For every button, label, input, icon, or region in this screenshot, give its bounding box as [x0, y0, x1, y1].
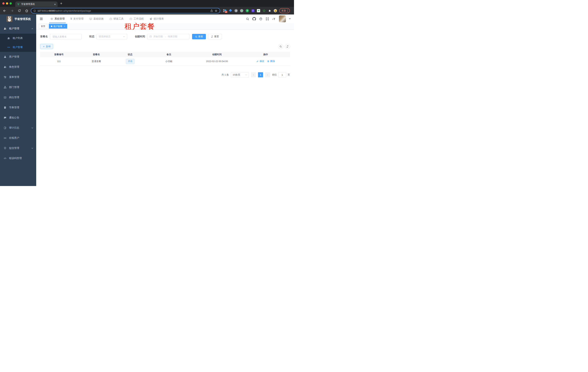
tag-label: 租户套餐: [53, 25, 62, 28]
help-icon[interactable]: [259, 17, 262, 21]
sidebar-item-tenant-list[interactable]: 租户列表: [0, 34, 36, 43]
next-page-button[interactable]: ›: [265, 72, 270, 77]
extension-gem-icon[interactable]: [229, 9, 232, 12]
sidebar-item-online-users[interactable]: 在线用户: [0, 133, 36, 143]
sidebar-item-user-management[interactable]: 用户管理: [0, 52, 36, 62]
current-page-button[interactable]: 1: [258, 72, 263, 77]
reload-icon[interactable]: [18, 9, 21, 12]
package-name-input[interactable]: [52, 35, 79, 38]
package-table: 套餐编号 套餐名 状态 备注 创建时间 操作 111 普通套餐 开启 小功能 2…: [40, 52, 290, 65]
show-search-button[interactable]: [278, 44, 283, 49]
chevron-down-icon: [123, 35, 125, 38]
tag-close-icon[interactable]: ×: [64, 25, 65, 28]
sidebar-logo[interactable]: 芋道管理系统: [0, 14, 36, 23]
reset-button[interactable]: 重置: [208, 34, 222, 39]
sidebar-item-menu-management[interactable]: 菜单管理: [0, 72, 36, 82]
forward-icon[interactable]: [10, 9, 14, 12]
refresh-icon: [211, 35, 213, 38]
sidebar-item-label: 短信管理: [9, 147, 19, 150]
dict-book-icon: [4, 106, 7, 109]
extension-y-icon[interactable]: Y: [246, 9, 249, 12]
home-icon[interactable]: [25, 9, 28, 12]
sidebar-item-tenant-management[interactable]: 租户管理: [0, 23, 36, 34]
zoom-window-button[interactable]: [10, 2, 12, 5]
sidebar-item-dict-management[interactable]: 字典管理: [0, 103, 36, 113]
search-icon[interactable]: [246, 17, 249, 21]
sidebar-collapse-icon[interactable]: [40, 17, 43, 21]
topnav-label: 工作流程: [134, 17, 144, 21]
cell-created-at: 2022-02-22 00:54:00: [193, 60, 241, 63]
tab-close-icon[interactable]: ×: [54, 3, 56, 6]
avatar[interactable]: [279, 15, 286, 22]
extension-green-dot-icon[interactable]: [240, 9, 243, 12]
bookmark-star-icon[interactable]: [215, 9, 218, 12]
sidebar-item-audit-log[interactable]: 审计日志: [0, 123, 36, 133]
sidebar-item-error-code[interactable]: 错误码管理: [0, 153, 36, 163]
sidebar-item-tenant-package[interactable]: 租户套餐: [0, 43, 36, 52]
topnav-label: 统计报表: [154, 17, 164, 21]
topnav-item-dev-tools[interactable]: 研发工具: [106, 14, 126, 23]
topnav-label: 系统管理: [54, 17, 65, 21]
fullscreen-icon[interactable]: [266, 17, 269, 21]
topnav-item-system[interactable]: 系统管理: [47, 14, 68, 23]
edit-link[interactable]: 修改: [256, 60, 264, 63]
browser-tab[interactable]: 芋道管理系统 ×: [15, 1, 58, 7]
app-title: 芋道管理系统: [14, 17, 31, 21]
share-icon[interactable]: [210, 9, 213, 12]
sidebar-item-label: 审计日志: [9, 126, 19, 129]
extension-collections-icon[interactable]: 10: [223, 9, 226, 12]
gear-icon: [50, 17, 53, 20]
site-info-icon[interactable]: [33, 10, 36, 12]
status-select[interactable]: 请选择状态: [96, 34, 127, 39]
page-size-select[interactable]: 10条/页: [231, 72, 249, 77]
sidebar-item-role-management[interactable]: 角色管理: [0, 62, 36, 72]
goto-page-input[interactable]: [278, 72, 286, 77]
avatar-caret-down-icon[interactable]: [289, 18, 291, 20]
sidebar-item-post-management[interactable]: 岗位管理: [0, 92, 36, 103]
back-icon[interactable]: [3, 9, 6, 12]
extension-chat-icon[interactable]: [257, 9, 260, 12]
sidebar-item-label: 错误码管理: [9, 157, 22, 160]
github-icon[interactable]: [252, 17, 256, 21]
pagination: 共 1 条 10条/页 ‹ 1 › 前往 页: [40, 72, 290, 77]
menu-tree-icon: [4, 76, 7, 79]
prev-page-button[interactable]: ‹: [251, 72, 256, 77]
new-tab-button[interactable]: +: [60, 1, 62, 6]
tag-home[interactable]: 首页: [39, 24, 47, 29]
browser-menu-kebab-icon[interactable]: [287, 10, 288, 12]
page-size-value: 10条/页: [233, 73, 240, 76]
date-range-picker[interactable]: 开始日期 - 结束日期: [147, 34, 189, 39]
tag-tenant-package[interactable]: 租户套餐 ×: [49, 24, 67, 29]
minimize-window-button[interactable]: [6, 2, 8, 5]
search-button-label: 搜索: [198, 35, 203, 38]
sidebar-item-dept-management[interactable]: 部门管理: [0, 82, 36, 92]
sidebar-item-notice[interactable]: 通知公告: [0, 113, 36, 123]
delete-link[interactable]: 删除: [267, 60, 275, 63]
filter-group-name: 套餐名: [40, 34, 82, 39]
close-window-button[interactable]: [2, 2, 5, 5]
app-root: 芋道管理系统 租户管理 租户列表 租户套餐 用户管理 角色管理: [0, 14, 294, 186]
topnav-item-payment[interactable]: ¥ 支付管理: [68, 14, 86, 23]
extension-command-icon[interactable]: [234, 9, 238, 12]
extension-shield-icon[interactable]: [251, 9, 254, 12]
topnav-item-reports[interactable]: 统计报表: [147, 14, 167, 23]
sidebar-item-label: 租户管理: [9, 27, 19, 30]
topnav-item-workflow[interactable]: 工作流程: [126, 14, 147, 23]
add-button[interactable]: 新增: [40, 44, 53, 49]
tab-favicon-plant-icon: [17, 3, 20, 6]
cell-actions: 修改 删除: [241, 60, 290, 63]
extension-star-icon[interactable]: [262, 9, 266, 12]
refresh-table-button[interactable]: [285, 44, 290, 49]
browser-update-button[interactable]: 更新: [279, 8, 290, 13]
sidebar-item-label: 岗位管理: [9, 96, 19, 99]
filter-date-label: 创建时间: [135, 35, 145, 38]
font-size-icon[interactable]: TT: [272, 17, 276, 21]
address-bar[interactable]: 127.0.0.1:48080/admin-ui/system/tenant/p…: [31, 8, 220, 13]
extension-emoji-icon[interactable]: [274, 9, 277, 12]
topnav-item-infra[interactable]: 基础设施: [86, 14, 106, 23]
sidebar-item-sms-management[interactable]: 短信管理: [0, 143, 36, 153]
pagination-total: 共 1 条: [221, 73, 229, 76]
search-button[interactable]: 搜索: [192, 34, 206, 39]
chevron-down-icon: [31, 127, 33, 129]
extensions-puzzle-icon[interactable]: [268, 9, 271, 12]
